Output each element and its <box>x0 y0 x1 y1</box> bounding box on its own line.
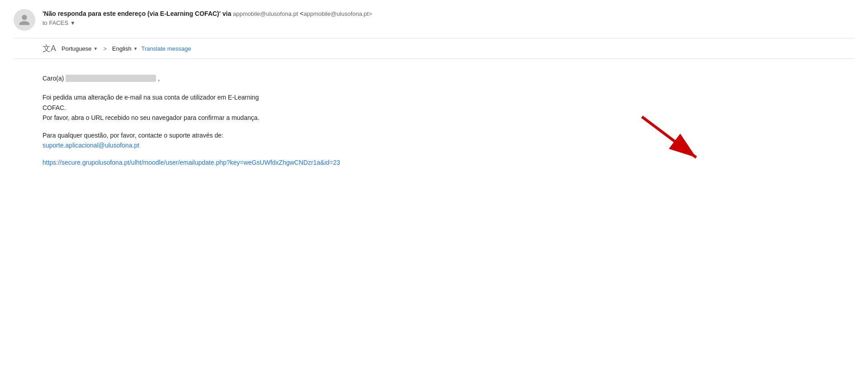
sender-email-full: appmobile@ulusofona.pt> <box>303 10 372 17</box>
email-from: 'Não responda para este endereço (via E-… <box>42 9 854 19</box>
translate-message-button[interactable]: Translate message <box>142 45 191 52</box>
salutation-comma: , <box>158 73 160 83</box>
email-to-row: to FACES ▼ <box>42 19 854 26</box>
target-language-label: English <box>112 45 132 52</box>
sender-name: 'Não responda para este endereço (via E-… <box>42 10 231 17</box>
red-arrow-icon <box>637 112 710 167</box>
redacted-recipient-name <box>66 75 156 82</box>
email-container: 'Não responda para este endereço (via E-… <box>0 0 868 188</box>
body-line-3: Por favor, abra o URL recebido no seu na… <box>42 114 259 121</box>
target-language-selector[interactable]: English ▼ <box>112 45 138 52</box>
body-line-2: COFAC. <box>42 104 66 111</box>
salutation-prefix: Caro(a) <box>42 73 64 83</box>
svg-line-1 <box>642 117 696 157</box>
email-meta: 'Não responda para este endereço (via E-… <box>42 9 854 26</box>
sender-email-partial: appmobile@ulusofona.pt <box>233 10 298 17</box>
to-label: to FACES <box>42 19 68 26</box>
source-language-label: Portuguese <box>61 45 92 52</box>
source-lang-dropdown-arrow: ▼ <box>94 46 98 51</box>
chevron-down-icon[interactable]: ▼ <box>70 20 75 26</box>
sender-avatar <box>14 9 35 31</box>
red-arrow-annotation <box>637 112 710 169</box>
salutation: Caro(a) , <box>42 73 826 83</box>
support-intro-text: Para qualquer questão, por favor, contac… <box>42 132 223 139</box>
person-icon <box>18 14 31 26</box>
email-update-url-link[interactable]: https://secure.grupolusofona.pt/ulht/moo… <box>42 159 340 166</box>
lang-arrow-separator: > <box>103 45 107 52</box>
support-email-link[interactable]: suporte.aplicacional@ulusofona.pt <box>42 142 139 149</box>
translate-icon: 文A <box>42 43 56 54</box>
body-line-1: Foi pedida uma alteração de e-mail na su… <box>42 94 259 101</box>
email-body: Caro(a) , Foi pedida uma alteração de e-… <box>14 70 854 179</box>
source-language-selector[interactable]: Portuguese ▼ <box>61 45 98 52</box>
translation-bar: 文A Portuguese ▼ > English ▼ Translate me… <box>14 38 854 59</box>
email-header: 'Não responda para este endereço (via E-… <box>14 9 854 31</box>
target-lang-dropdown-arrow: ▼ <box>133 46 138 51</box>
